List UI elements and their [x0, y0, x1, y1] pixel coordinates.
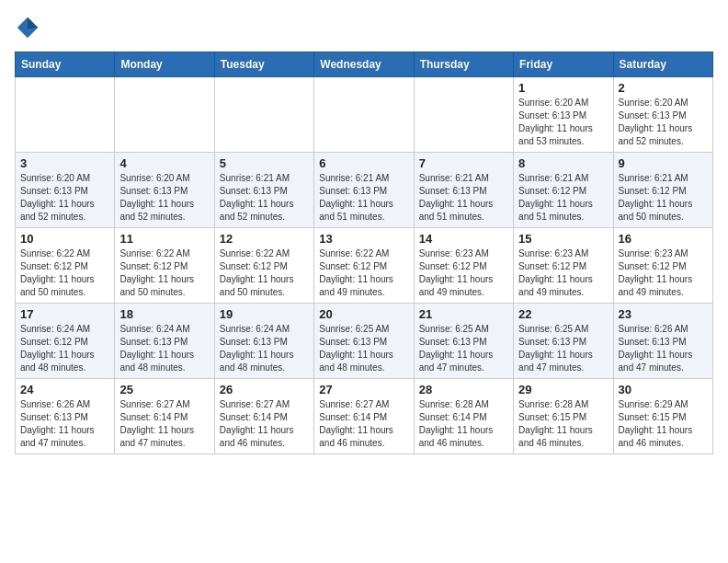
day-info: Sunrise: 6:24 AM Sunset: 6:12 PM Dayligh…	[20, 323, 109, 374]
weekday-header-friday: Friday	[514, 52, 613, 77]
day-number: 12	[220, 232, 309, 246]
day-info: Sunrise: 6:23 AM Sunset: 6:12 PM Dayligh…	[518, 247, 608, 299]
day-number: 14	[419, 232, 508, 246]
day-info: Sunrise: 6:20 AM Sunset: 6:13 PM Dayligh…	[518, 97, 608, 148]
day-number: 11	[119, 232, 209, 246]
day-info: Sunrise: 6:27 AM Sunset: 6:14 PM Dayligh…	[319, 398, 408, 450]
day-info: Sunrise: 6:22 AM Sunset: 6:12 PM Dayligh…	[220, 247, 309, 299]
calendar-cell: 3Sunrise: 6:20 AM Sunset: 6:13 PM Daylig…	[16, 153, 115, 228]
day-number: 17	[20, 307, 109, 321]
day-number: 16	[619, 232, 708, 246]
day-info: Sunrise: 6:24 AM Sunset: 6:13 PM Dayligh…	[220, 323, 309, 374]
day-info: Sunrise: 6:27 AM Sunset: 6:14 PM Dayligh…	[119, 398, 209, 450]
week-row-4: 17Sunrise: 6:24 AM Sunset: 6:12 PM Dayli…	[16, 304, 713, 379]
day-info: Sunrise: 6:20 AM Sunset: 6:13 PM Dayligh…	[619, 97, 708, 148]
calendar-cell: 6Sunrise: 6:21 AM Sunset: 6:13 PM Daylig…	[314, 153, 414, 228]
svg-marker-1	[28, 17, 38, 29]
calendar-cell: 22Sunrise: 6:25 AM Sunset: 6:13 PM Dayli…	[514, 304, 613, 379]
weekday-header-tuesday: Tuesday	[214, 52, 313, 77]
calendar-cell	[214, 77, 313, 153]
calendar-cell: 23Sunrise: 6:26 AM Sunset: 6:13 PM Dayli…	[613, 304, 712, 379]
day-number: 26	[220, 383, 309, 396]
calendar-cell: 27Sunrise: 6:27 AM Sunset: 6:14 PM Dayli…	[314, 379, 414, 454]
calendar-cell: 21Sunrise: 6:25 AM Sunset: 6:13 PM Dayli…	[414, 304, 513, 379]
day-info: Sunrise: 6:26 AM Sunset: 6:13 PM Dayligh…	[20, 398, 109, 450]
calendar-cell	[414, 77, 513, 153]
day-number: 6	[319, 156, 408, 170]
day-info: Sunrise: 6:26 AM Sunset: 6:13 PM Dayligh…	[619, 323, 708, 374]
logo	[15, 15, 44, 40]
day-info: Sunrise: 6:21 AM Sunset: 6:13 PM Dayligh…	[220, 172, 309, 224]
day-number: 2	[619, 81, 708, 95]
day-number: 13	[319, 232, 408, 246]
calendar-cell: 26Sunrise: 6:27 AM Sunset: 6:14 PM Dayli…	[214, 379, 313, 454]
day-number: 9	[619, 156, 708, 170]
day-number: 18	[119, 307, 209, 321]
calendar-cell: 29Sunrise: 6:28 AM Sunset: 6:15 PM Dayli…	[514, 379, 613, 454]
calendar-cell: 12Sunrise: 6:22 AM Sunset: 6:12 PM Dayli…	[214, 228, 313, 304]
calendar-cell: 4Sunrise: 6:20 AM Sunset: 6:13 PM Daylig…	[115, 153, 214, 228]
day-number: 1	[518, 81, 608, 95]
day-number: 20	[319, 307, 408, 321]
day-info: Sunrise: 6:24 AM Sunset: 6:13 PM Dayligh…	[119, 323, 209, 374]
day-number: 3	[20, 156, 109, 170]
day-info: Sunrise: 6:28 AM Sunset: 6:15 PM Dayligh…	[518, 398, 608, 450]
day-info: Sunrise: 6:21 AM Sunset: 6:12 PM Dayligh…	[619, 172, 708, 224]
calendar-cell: 2Sunrise: 6:20 AM Sunset: 6:13 PM Daylig…	[613, 77, 712, 153]
calendar-cell: 18Sunrise: 6:24 AM Sunset: 6:13 PM Dayli…	[115, 304, 214, 379]
day-number: 21	[419, 307, 508, 321]
day-info: Sunrise: 6:23 AM Sunset: 6:12 PM Dayligh…	[419, 247, 508, 299]
day-number: 30	[619, 383, 708, 396]
day-number: 23	[619, 307, 708, 321]
calendar-cell: 10Sunrise: 6:22 AM Sunset: 6:12 PM Dayli…	[16, 228, 115, 304]
page-header	[15, 15, 713, 40]
calendar-cell: 13Sunrise: 6:22 AM Sunset: 6:12 PM Dayli…	[314, 228, 414, 304]
logo-icon	[15, 15, 40, 40]
week-row-5: 24Sunrise: 6:26 AM Sunset: 6:13 PM Dayli…	[16, 379, 713, 454]
day-info: Sunrise: 6:27 AM Sunset: 6:14 PM Dayligh…	[220, 398, 309, 450]
week-row-1: 1Sunrise: 6:20 AM Sunset: 6:13 PM Daylig…	[16, 77, 713, 153]
calendar-cell: 9Sunrise: 6:21 AM Sunset: 6:12 PM Daylig…	[613, 153, 712, 228]
calendar-cell: 25Sunrise: 6:27 AM Sunset: 6:14 PM Dayli…	[115, 379, 214, 454]
calendar-cell: 28Sunrise: 6:28 AM Sunset: 6:14 PM Dayli…	[414, 379, 513, 454]
day-number: 19	[220, 307, 309, 321]
day-info: Sunrise: 6:28 AM Sunset: 6:14 PM Dayligh…	[419, 398, 508, 450]
weekday-header-thursday: Thursday	[414, 52, 513, 77]
day-info: Sunrise: 6:22 AM Sunset: 6:12 PM Dayligh…	[119, 247, 209, 299]
day-number: 25	[119, 383, 209, 396]
day-number: 7	[419, 156, 508, 170]
day-number: 15	[518, 232, 608, 246]
weekday-header-saturday: Saturday	[613, 52, 712, 77]
day-info: Sunrise: 6:23 AM Sunset: 6:12 PM Dayligh…	[619, 247, 708, 299]
weekday-header-row: SundayMondayTuesdayWednesdayThursdayFrid…	[16, 52, 713, 77]
week-row-3: 10Sunrise: 6:22 AM Sunset: 6:12 PM Dayli…	[16, 228, 713, 304]
weekday-header-sunday: Sunday	[16, 52, 115, 77]
day-number: 8	[518, 156, 608, 170]
day-number: 27	[319, 383, 408, 396]
weekday-header-wednesday: Wednesday	[314, 52, 414, 77]
day-info: Sunrise: 6:25 AM Sunset: 6:13 PM Dayligh…	[319, 323, 408, 374]
calendar-cell	[115, 77, 214, 153]
calendar-cell: 8Sunrise: 6:21 AM Sunset: 6:12 PM Daylig…	[514, 153, 613, 228]
calendar-cell: 7Sunrise: 6:21 AM Sunset: 6:13 PM Daylig…	[414, 153, 513, 228]
day-number: 29	[518, 383, 608, 396]
calendar-cell: 14Sunrise: 6:23 AM Sunset: 6:12 PM Dayli…	[414, 228, 513, 304]
day-info: Sunrise: 6:21 AM Sunset: 6:13 PM Dayligh…	[419, 172, 508, 224]
calendar-cell: 15Sunrise: 6:23 AM Sunset: 6:12 PM Dayli…	[514, 228, 613, 304]
calendar-cell: 1Sunrise: 6:20 AM Sunset: 6:13 PM Daylig…	[514, 77, 613, 153]
calendar-cell: 30Sunrise: 6:29 AM Sunset: 6:15 PM Dayli…	[613, 379, 712, 454]
day-info: Sunrise: 6:22 AM Sunset: 6:12 PM Dayligh…	[319, 247, 408, 299]
day-info: Sunrise: 6:25 AM Sunset: 6:13 PM Dayligh…	[419, 323, 508, 374]
day-info: Sunrise: 6:20 AM Sunset: 6:13 PM Dayligh…	[119, 172, 209, 224]
day-info: Sunrise: 6:29 AM Sunset: 6:15 PM Dayligh…	[619, 398, 708, 450]
day-info: Sunrise: 6:20 AM Sunset: 6:13 PM Dayligh…	[20, 172, 109, 224]
calendar-cell: 19Sunrise: 6:24 AM Sunset: 6:13 PM Dayli…	[214, 304, 313, 379]
calendar-cell: 17Sunrise: 6:24 AM Sunset: 6:12 PM Dayli…	[16, 304, 115, 379]
calendar-cell: 24Sunrise: 6:26 AM Sunset: 6:13 PM Dayli…	[16, 379, 115, 454]
day-number: 24	[20, 383, 109, 396]
day-number: 5	[220, 156, 309, 170]
day-number: 10	[20, 232, 109, 246]
calendar-cell	[16, 77, 115, 153]
day-info: Sunrise: 6:25 AM Sunset: 6:13 PM Dayligh…	[518, 323, 608, 374]
day-number: 22	[518, 307, 608, 321]
